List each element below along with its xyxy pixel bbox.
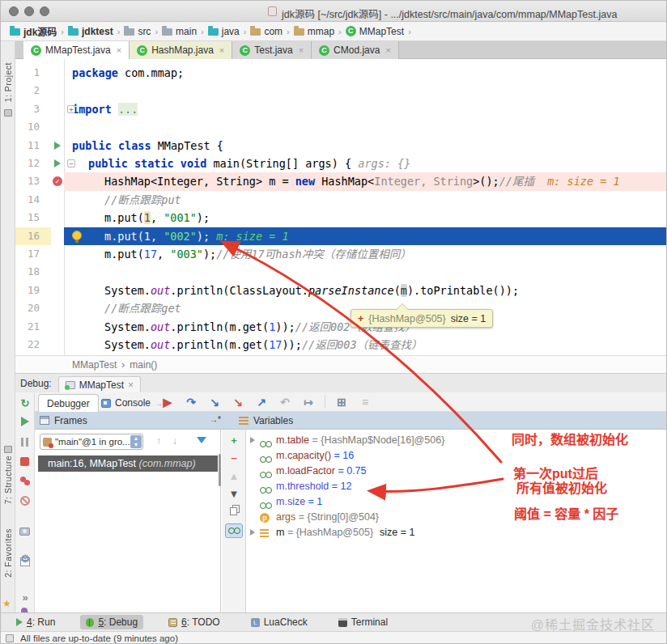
tab-test-java[interactable]: CTest.java×	[232, 41, 312, 59]
breadcrumb-method[interactable]: main()	[130, 359, 157, 371]
force-step-into-icon[interactable]: ↘	[231, 396, 245, 409]
move-down-icon[interactable]: ▼	[227, 488, 240, 501]
tab-cmod-java[interactable]: CCMod.java×	[312, 41, 399, 59]
breadcrumb-class[interactable]: MMapTest	[72, 359, 117, 371]
thread-dump-icon[interactable]	[19, 527, 30, 536]
breakpoint-icon[interactable]: ✓	[53, 176, 62, 186]
mute-breakpoints-icon[interactable]	[20, 496, 30, 506]
stop-icon[interactable]	[20, 457, 29, 466]
sidebar-item-project[interactable]: 1: Project	[3, 62, 13, 102]
more-icon[interactable]: »	[19, 591, 32, 604]
expand-arrow-icon[interactable]	[250, 437, 255, 443]
fold-toggle-icon[interactable]: −	[67, 159, 75, 167]
toolwindow-button-luacheck[interactable]: LLuaCheck	[245, 615, 313, 629]
fold-toggle-icon[interactable]: +	[67, 105, 75, 113]
step-over-icon[interactable]: ↷	[184, 396, 198, 409]
tab-label: HashMap.java	[151, 44, 214, 56]
tab-hashmap-java[interactable]: CHashMap.java×	[130, 41, 232, 59]
variable-row[interactable]: m.capacity() = 16	[247, 448, 667, 464]
status-icon[interactable]	[6, 634, 14, 642]
view-breakpoints-icon[interactable]	[19, 475, 32, 488]
code-line[interactable]: 20//断点跟踪get	[15, 299, 667, 317]
stepper-icon[interactable]: ▲▼	[130, 435, 142, 448]
code-line[interactable]: 19System.out.println(ClassLayout.parseIn…	[15, 282, 667, 299]
project-toolwindow-icon[interactable]	[4, 109, 12, 117]
breadcrumb-item[interactable]: jdktest	[66, 25, 116, 38]
variable-row[interactable]: m = {HashMap@505}size = 1	[247, 525, 667, 540]
close-icon[interactable]: ×	[117, 45, 121, 55]
line-number: 16	[15, 227, 51, 245]
code-text: //断点跟踪put	[104, 191, 181, 209]
settings-icon[interactable]: ⚙	[19, 553, 32, 566]
breadcrumb-item[interactable]: CMMapTest	[343, 25, 406, 38]
expand-plus-icon[interactable]: +	[358, 313, 363, 324]
add-watch-icon[interactable]: +	[227, 434, 240, 447]
breadcrumb-item[interactable]: main	[159, 25, 199, 38]
code-line[interactable]: 10	[15, 118, 667, 136]
code-editor[interactable]: 1package com.mmap;23+import ...1011publi…	[15, 59, 667, 355]
toolwindow-button-run[interactable]: 4: Run	[11, 615, 61, 629]
sidebar-item-favorites[interactable]: 2: Favorites	[3, 528, 13, 578]
code-line[interactable]: 11public class MMapTest {	[15, 137, 667, 155]
duplicate-watch-icon[interactable]	[230, 507, 237, 515]
run-to-cursor-icon[interactable]: ↦	[301, 396, 316, 409]
variable-text: args = {String[0]@504}	[276, 510, 379, 525]
titlebar: jdk源码 [~/src/jdk源码] - .../jdktest/src/ma…	[1, 1, 667, 22]
sidebar-item-structure[interactable]: 7: Structure	[3, 455, 13, 504]
code-line[interactable]: 21System.out.println(m.get(1));//返回002（数…	[15, 318, 667, 336]
toolwindow-button-debug[interactable]: 5: Debug	[80, 615, 143, 629]
remove-watch-icon[interactable]: −	[227, 452, 240, 465]
run-icon[interactable]	[54, 142, 61, 150]
code-line[interactable]: 12−public static void main(String[] args…	[15, 155, 667, 172]
code-line[interactable]: 1package com.mmap;	[15, 64, 667, 82]
code-line[interactable]: 3+import ...	[15, 100, 667, 118]
tab-mmaptest-java[interactable]: CMMapTest.java×	[23, 41, 130, 59]
code-line[interactable]: 18	[15, 263, 667, 281]
tab-debugger[interactable]: Debugger	[38, 394, 99, 412]
code-line[interactable]: 22System.out.println(m.get(17));//返回003（…	[15, 336, 667, 354]
move-up-icon[interactable]: ▲	[227, 470, 240, 483]
layout-settings-icon[interactable]: ≡	[358, 396, 372, 409]
breadcrumb-item[interactable]: com	[248, 25, 285, 38]
code-line[interactable]: 2	[15, 82, 667, 100]
code-line[interactable]: 13✓HashMap<Integer, String> m = new Hash…	[15, 172, 667, 190]
intention-bulb-icon[interactable]	[72, 231, 82, 240]
code-line[interactable]: 14//断点跟踪put	[15, 191, 667, 209]
next-frame-icon[interactable]: ↓	[172, 435, 177, 447]
breadcrumb-item[interactable]: java	[206, 25, 242, 38]
toolwindow-button-todo[interactable]: 6: TODO	[163, 615, 226, 629]
stack-frame-row[interactable]: main:16, MMapTest (com.mmap)	[38, 455, 218, 472]
close-icon[interactable]: ×	[299, 45, 304, 55]
prev-frame-icon[interactable]: ↑	[156, 435, 161, 447]
window-minimize-button[interactable]	[24, 6, 34, 16]
resume-icon[interactable]	[21, 417, 29, 426]
code-line[interactable]: 16m.put(1, "002"); m: size = 1	[15, 227, 667, 245]
evaluate-expression-icon[interactable]: ⊞	[334, 396, 349, 409]
window-zoom-button[interactable]	[40, 6, 49, 16]
breadcrumb-item[interactable]: mmap	[291, 25, 337, 38]
close-icon[interactable]: ×	[385, 45, 390, 55]
thread-selector[interactable]: "main"@1 in gro... ▲▼	[40, 434, 143, 450]
drop-frame-icon[interactable]: ↶	[278, 396, 292, 409]
filter-frames-icon[interactable]	[197, 437, 206, 443]
code-line[interactable]: 15m.put(1, "001");	[15, 209, 667, 227]
breadcrumb-item[interactable]: jdk源码	[7, 23, 59, 39]
frames-scrollbar[interactable]	[219, 454, 221, 486]
close-icon[interactable]: ×	[128, 379, 134, 391]
rerun-icon[interactable]: ↻	[19, 397, 32, 410]
show-execution-point-icon[interactable]: ▶	[160, 396, 175, 409]
step-out-icon[interactable]: ↗	[254, 396, 269, 409]
pause-icon[interactable]	[19, 436, 32, 449]
code-line[interactable]: 17m.put(17, "003");//使用17可hash冲突（存储位置相同）	[15, 245, 667, 263]
favorites-star-icon[interactable]: ★	[2, 598, 11, 609]
close-icon[interactable]: ×	[219, 45, 224, 55]
expand-arrow-icon[interactable]	[250, 529, 255, 536]
run-icon[interactable]	[54, 159, 61, 167]
show-watches-icon[interactable]	[225, 523, 243, 538]
structure-toolwindow-icon[interactable]	[4, 446, 12, 453]
step-into-icon[interactable]: ↘	[207, 396, 222, 409]
window-close-button[interactable]	[9, 6, 19, 16]
toolwindow-button-terminal[interactable]: Terminal	[333, 615, 393, 629]
breadcrumb-item[interactable]: src	[121, 25, 153, 38]
debug-session-tab[interactable]: MMapTest ×	[58, 376, 141, 393]
